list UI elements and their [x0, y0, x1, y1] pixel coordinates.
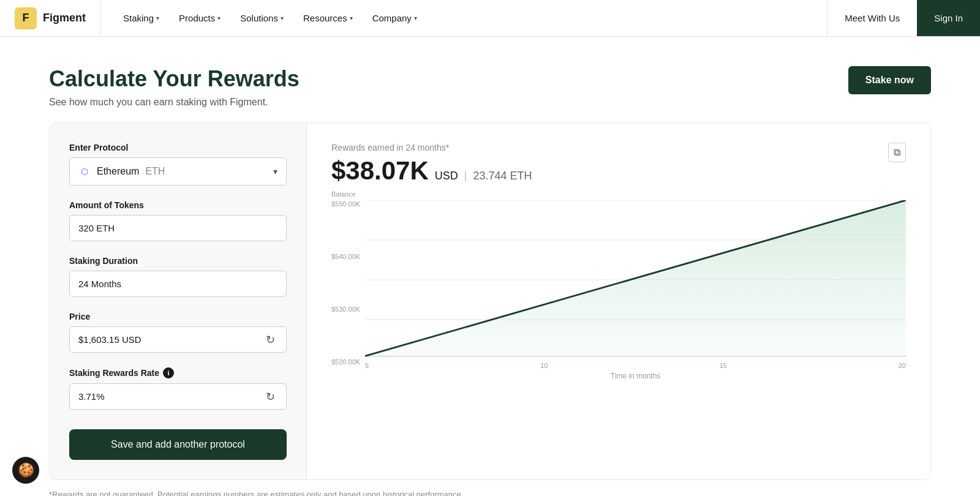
- logo-icon: F: [15, 7, 37, 29]
- calculator-form: Enter Protocol ⬡ Ethereum ETH ▾ Amount o…: [50, 123, 307, 479]
- y-axis: $550.00K $540.00K $530.00K $520.00K: [331, 200, 365, 380]
- chart-balance-label: Balance: [331, 190, 356, 198]
- rewards-label: Rewards earned in 24 months*: [331, 143, 906, 152]
- duration-label: Staking Duration: [69, 256, 287, 266]
- hero-section: Calculate Your Rewards See how much you …: [0, 37, 980, 122]
- rate-input[interactable]: [78, 384, 263, 409]
- duration-input[interactable]: [78, 279, 277, 289]
- calculator-card: Enter Protocol ⬡ Ethereum ETH ▾ Amount o…: [49, 122, 931, 480]
- x-tick-10: 10: [540, 362, 548, 369]
- protocol-name: Ethereum: [97, 166, 139, 177]
- nav-solutions[interactable]: Solutions ▾: [233, 8, 291, 28]
- y-tick-4: $550.00K: [331, 200, 360, 208]
- nav-resources[interactable]: Resources ▾: [296, 8, 360, 28]
- ethereum-icon: ⬡: [78, 165, 91, 178]
- nav-company[interactable]: Company ▾: [365, 8, 424, 28]
- hero-text: Calculate Your Rewards See how much you …: [49, 66, 300, 108]
- protocol-symbol: ETH: [145, 166, 165, 177]
- y-tick-2: $530.00K: [331, 306, 360, 313]
- price-input[interactable]: [78, 327, 263, 352]
- tokens-input-wrapper: [69, 215, 287, 241]
- rewards-separator: |: [464, 170, 467, 182]
- rate-input-wrapper: ↻: [69, 383, 287, 410]
- disclaimer: *Rewards are not guaranteed. Potential e…: [0, 480, 980, 496]
- nav-products[interactable]: Products ▾: [172, 8, 228, 28]
- price-field: Price ↻: [69, 312, 287, 353]
- duration-field: Staking Duration: [69, 256, 287, 297]
- rate-label: Staking Rewards Rate i: [69, 367, 287, 378]
- nav-links: Staking ▾ Products ▾ Solutions ▾ Resourc…: [101, 8, 827, 28]
- rate-field: Staking Rewards Rate i ↻: [69, 367, 287, 410]
- x-axis-label: Time in months: [365, 372, 906, 380]
- nav-right: Meet With Us Sign In: [827, 0, 980, 36]
- duration-input-wrapper: [69, 271, 287, 297]
- copy-button[interactable]: ⧉: [888, 143, 906, 162]
- rate-refresh-button[interactable]: ↻: [263, 388, 277, 406]
- tokens-label: Amount of Tokens: [69, 200, 287, 210]
- chart-svg: [365, 200, 906, 359]
- price-refresh-button[interactable]: ↻: [263, 331, 277, 349]
- logo: F Figment: [0, 0, 101, 36]
- logo-text: Figment: [43, 12, 86, 24]
- chart-area: Balance $550.00K $540.00K $530.00K $520.…: [331, 200, 906, 380]
- price-label: Price: [69, 312, 287, 321]
- chevron-down-icon: ▾: [156, 15, 159, 21]
- calculator-container: Enter Protocol ⬡ Ethereum ETH ▾ Amount o…: [0, 122, 980, 480]
- info-icon: i: [163, 367, 174, 378]
- protocol-left: ⬡ Ethereum ETH: [78, 165, 165, 178]
- x-tick-5: 5: [365, 362, 369, 369]
- chevron-down-icon: ▾: [273, 167, 277, 176]
- tokens-field: Amount of Tokens: [69, 200, 287, 241]
- tokens-input[interactable]: [78, 223, 277, 233]
- page-title: Calculate Your Rewards: [49, 66, 300, 92]
- sign-in-button[interactable]: Sign In: [917, 0, 980, 36]
- rewards-currency: USD: [435, 170, 458, 182]
- stake-now-button[interactable]: Stake now: [848, 66, 931, 94]
- rewards-usd-value: $38.07K: [331, 156, 429, 186]
- y-tick-3: $540.00K: [331, 253, 360, 260]
- calculator-results: ⧉ Rewards earned in 24 months* $38.07K U…: [307, 123, 930, 479]
- page-subtitle: See how much you can earn staking with F…: [49, 97, 300, 108]
- meet-with-us-button[interactable]: Meet With Us: [827, 0, 917, 36]
- chart-wrapper: $550.00K $540.00K $530.00K $520.00K: [331, 200, 906, 380]
- x-axis: 5 10 15 20: [365, 359, 906, 369]
- navbar: F Figment Staking ▾ Products ▾ Solutions…: [0, 0, 980, 37]
- protocol-field: Enter Protocol ⬡ Ethereum ETH ▾: [69, 143, 287, 186]
- save-protocol-button[interactable]: Save and add another protocol: [69, 429, 287, 460]
- x-tick-15: 15: [719, 362, 726, 369]
- chevron-down-icon: ▾: [414, 15, 417, 21]
- chevron-down-icon: ▾: [281, 15, 284, 21]
- nav-staking[interactable]: Staking ▾: [116, 8, 167, 28]
- chart-inner: 5 10 15 20 Time in months: [365, 200, 906, 380]
- x-tick-20: 20: [899, 362, 906, 369]
- price-input-wrapper: ↻: [69, 326, 287, 353]
- rewards-amount: $38.07K USD | 23.744 ETH: [331, 156, 906, 186]
- protocol-select[interactable]: ⬡ Ethereum ETH ▾: [69, 157, 287, 186]
- rewards-eth-value: 23.744 ETH: [473, 170, 532, 182]
- chevron-down-icon: ▾: [217, 15, 221, 21]
- cookie-button[interactable]: 🍪: [12, 457, 39, 484]
- y-tick-1: $520.00K: [331, 358, 360, 366]
- protocol-label: Enter Protocol: [69, 143, 287, 152]
- chevron-down-icon: ▾: [350, 15, 353, 21]
